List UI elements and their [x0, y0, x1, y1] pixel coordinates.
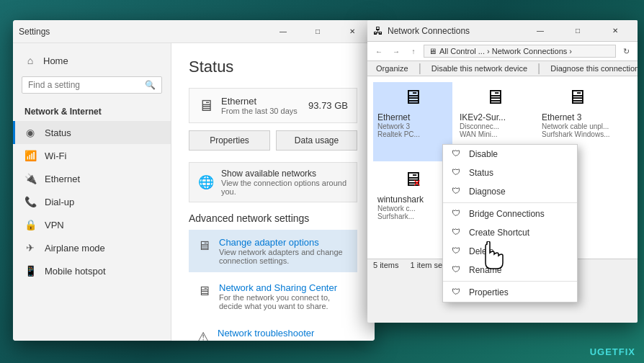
ikev2-item-info: IKEv2-Sur... Disconnec... WAN Mini... [460, 112, 530, 138]
sidebar-item-label-hotspot: Mobile hotspot [45, 266, 106, 277]
ctx-diagnose-icon: 🛡 [452, 186, 463, 197]
ctx-status-icon: 🛡 [452, 167, 463, 179]
show-available-networks[interactable]: 🌐 Show available networks View the conne… [189, 162, 357, 202]
diagnose-connection-button[interactable]: Diagnose this connection [546, 63, 638, 74]
network-sub: From the last 30 days [221, 107, 298, 115]
search-input[interactable] [28, 80, 140, 90]
troubleshooter-icon: ⚠ [197, 329, 209, 341]
data-usage-button[interactable]: Data usage [276, 130, 357, 151]
maximize-button[interactable]: □ [301, 20, 334, 43]
ikev2-item-desc2: WAN Mini... [460, 130, 530, 138]
net-maximize-button[interactable]: □ [561, 20, 594, 42]
change-adapter-item[interactable]: 🖥 Change adapter options View network ad… [189, 230, 357, 272]
sidebar-item-vpn[interactable]: 🔒 VPN [13, 213, 171, 236]
sidebar-item-label-dialup: Dial-up [45, 197, 74, 207]
wintun-item-info: wintunshark Network c... Surfshark... [377, 194, 448, 220]
network-status-card: 🖥 Ethernet From the last 30 days 93.73 G… [189, 88, 357, 123]
ctx-bridge[interactable]: 🛡 Bridge Connections [443, 205, 577, 223]
ctx-properties-label: Properties [469, 287, 509, 297]
sidebar-section-title: Network & Internet [13, 98, 171, 121]
sharing-center-icon: 🖥 [197, 284, 210, 299]
watermark-prefix: UG [590, 346, 606, 357]
net-item-ethernet[interactable]: 🖥 Ethernet Network 3 Realtek PC... [373, 82, 452, 161]
search-icon: 🔍 [145, 80, 156, 90]
sidebar-item-status[interactable]: ◉ Status [13, 121, 171, 144]
dialup-icon: 📞 [24, 196, 36, 207]
net-minimize-button[interactable]: — [524, 20, 557, 42]
sidebar-item-airplane[interactable]: ✈ Airplane mode [13, 236, 171, 259]
sharing-center-item[interactable]: 🖥 Network and Sharing Center For the net… [189, 275, 357, 318]
sidebar-item-label-ethernet: Ethernet [45, 174, 80, 184]
up-button[interactable]: ↑ [406, 44, 421, 58]
sidebar-item-hotspot[interactable]: 📱 Mobile hotspot [13, 259, 171, 282]
main-heading: Status [189, 58, 357, 76]
ethernet-item-info: Ethernet Network 3 Realtek PC... [377, 112, 448, 138]
ctx-delete[interactable]: 🛡 Delete [443, 242, 577, 261]
change-adapter-icon: 🖥 [197, 238, 210, 254]
refresh-button[interactable]: ↻ [619, 44, 633, 58]
troubleshooter-item[interactable]: ⚠ Network troubleshooter [189, 321, 357, 341]
organize-button[interactable]: Organize [372, 63, 413, 74]
settings-sidebar: ⌂ Home 🔍 Network & Internet ◉ Status 📶 W… [13, 43, 171, 341]
disable-icon: 🛡 [452, 148, 463, 160]
ctx-shortcut[interactable]: 🛡 Create Shortcut [443, 223, 577, 242]
sidebar-item-ethernet[interactable]: 🔌 Ethernet [13, 167, 171, 190]
sidebar-item-label-airplane: Airplane mode [45, 243, 105, 254]
ctx-shortcut-icon: 🛡 [452, 227, 463, 238]
ctx-status[interactable]: 🛡 Status [443, 163, 577, 182]
minimize-button[interactable]: — [267, 20, 300, 43]
forward-button[interactable]: → [389, 44, 403, 58]
troubleshooter-title: Network troubleshooter [218, 328, 314, 339]
ikev2-item-icon: 🖥 [460, 86, 530, 107]
watermark-highlight: ET [605, 346, 619, 357]
sidebar-home[interactable]: ⌂ Home [13, 49, 171, 72]
ctx-disable[interactable]: 🛡 Disable [443, 145, 577, 163]
troubleshooter-info: Network troubleshooter [218, 328, 314, 339]
available-networks-info: Show available networks View the connect… [221, 169, 348, 196]
ctx-rename-label: Rename [469, 265, 501, 275]
sidebar-search-box[interactable]: 🔍 [22, 76, 162, 94]
network-window-icon: 🖧 [373, 25, 383, 37]
sidebar-item-wifi[interactable]: 📶 Wi-Fi [13, 144, 171, 167]
address-path[interactable]: 🖥 All Control ... › Network Connections … [424, 45, 616, 58]
ethernet-item-icon: 🖥 [377, 86, 448, 107]
context-menu: 🛡 Disable 🛡 Status 🛡 Diagnose 🛡 Bridge C… [442, 144, 578, 302]
ethernet-item-desc1: Network 3 [377, 122, 448, 130]
ikev2-item-name: IKEv2-Sur... [460, 112, 530, 122]
home-icon: ⌂ [24, 55, 36, 66]
watermark-suffix: FIX [619, 346, 635, 357]
ctx-separator-1 [443, 202, 577, 203]
sharing-center-title: Network and Sharing Center [219, 282, 349, 293]
ethernet3-item-info: Ethernet 3 Network cable unpl... Surfsha… [542, 112, 612, 138]
network-label: Ethernet [221, 96, 298, 107]
sidebar-item-dialup[interactable]: 📞 Dial-up [13, 190, 171, 213]
ctx-properties-icon: 🛡 [452, 287, 463, 298]
ctx-bridge-icon: 🛡 [452, 208, 463, 220]
back-button[interactable]: ← [372, 44, 386, 58]
network-card-info: Ethernet From the last 30 days [221, 96, 298, 115]
wintun-item-name: wintunshark [377, 194, 448, 205]
ikev2-item-desc1: Disconnec... [460, 122, 530, 130]
close-button[interactable]: ✕ [336, 20, 369, 43]
ethernet3-item-desc2: Surfshark Windows... [542, 130, 612, 138]
ctx-disable-label: Disable [469, 149, 498, 159]
address-bar: ← → ↑ 🖥 All Control ... › Network Connec… [367, 42, 638, 61]
ctx-properties[interactable]: 🛡 Properties [443, 283, 577, 302]
items-count: 5 items [373, 261, 398, 269]
advanced-heading: Advanced network settings [189, 212, 357, 224]
disable-device-button[interactable]: Disable this network device [427, 63, 532, 74]
settings-window: Settings — □ ✕ ⌂ Home 🔍 Network & Intern… [13, 20, 375, 341]
wifi-icon: 📶 [24, 150, 36, 161]
settings-title: Settings [19, 27, 267, 37]
ethernet3-item-name: Ethernet 3 [542, 112, 612, 122]
available-networks-desc: View the connection options around you. [221, 179, 348, 196]
ethernet-icon: 🔌 [24, 173, 36, 184]
ctx-rename[interactable]: 🛡 Rename [443, 261, 577, 279]
ctx-bridge-label: Bridge Connections [469, 209, 545, 219]
ctx-diagnose[interactable]: 🛡 Diagnose [443, 182, 577, 201]
properties-button[interactable]: Properties [189, 130, 270, 151]
wintun-item-icon: 🖥✕ [377, 169, 448, 189]
net-close-button[interactable]: ✕ [599, 20, 632, 42]
settings-main-panel: Status 🖥 Ethernet From the last 30 days … [171, 43, 375, 341]
net-item-wintun[interactable]: 🖥✕ wintunshark Network c... Surfshark... [373, 164, 452, 243]
